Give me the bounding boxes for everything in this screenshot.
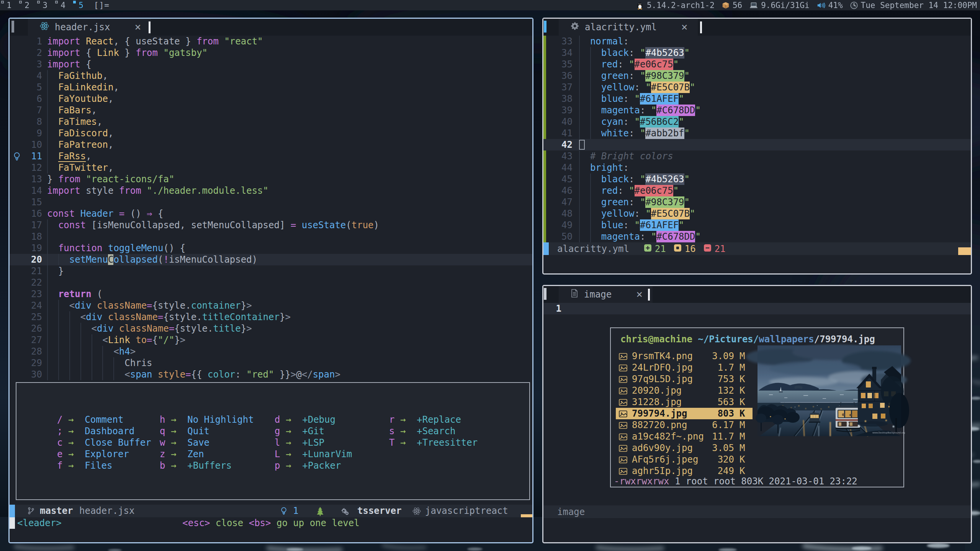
whichkey-binding-;[interactable]: ; → Dashboard (57, 425, 151, 437)
line-number: 22 (24, 277, 42, 288)
editor-window-header-jsx[interactable]: header.jsx × 1import React, { useState }… (8, 18, 533, 543)
workspace-number: 2 (25, 0, 29, 11)
workspace-tag-3[interactable]: 3 (36, 0, 54, 10)
whichkey-label: +LSP (302, 437, 324, 448)
line-number: 17 (24, 219, 42, 231)
whichkey-label: +Treesitter (417, 437, 478, 448)
code-line-text: const Header = () ⇒ { (47, 208, 163, 219)
code-line-text: const [isMenuCollapsed, setMenuCollapsed… (47, 219, 379, 231)
whichkey-key: q (160, 426, 165, 437)
clock-icon (850, 1, 858, 10)
whichkey-binding-e[interactable]: e → Explorer (57, 448, 151, 460)
whichkey-arrow-icon: → (165, 449, 187, 459)
workspace-indicator (37, 1, 40, 3)
whichkey-binding-z[interactable]: z → Zen (160, 448, 254, 460)
speaker-icon (816, 1, 826, 10)
whichkey-binding-b[interactable]: b → +Buffers (160, 460, 254, 471)
line-number: 43 (547, 150, 573, 162)
lf-file-size-unit: K (739, 408, 745, 419)
lf-file-size: 6.17 (680, 419, 734, 431)
statusline-filename: image (557, 506, 585, 518)
whichkey-binding-L[interactable]: L → +LunarVim (275, 448, 352, 460)
taskbar-status: 5.14.2-arch1-2 56 9.6Gi/31Gi 41% Tue Sep… (629, 0, 980, 11)
whichkey-binding-h[interactable]: h → No Highlight (160, 414, 254, 425)
line-number: 2 (24, 47, 42, 59)
whichkey-binding-f[interactable]: f → Files (57, 460, 151, 471)
workspace-tag-1[interactable]: 1 (0, 0, 18, 10)
whichkey-binding-w[interactable]: w → Save (160, 437, 254, 448)
tab-header-jsx[interactable]: header.jsx × (28, 19, 151, 36)
lf-file-row[interactable]: ad6v90y.jpg3.05M (611, 442, 903, 454)
code-line: 20 setMenuCollapsed(!isMenuCollapsed) (10, 254, 532, 265)
code-line-text: } (47, 265, 64, 277)
lf-file-row[interactable]: aghr5Ip.jpg249K (611, 465, 903, 477)
line-number: 1 (543, 303, 561, 314)
code-line: 11 FaRss, (10, 150, 532, 162)
workspace-tag-4[interactable]: 4 (54, 0, 72, 10)
code-buffer[interactable]: 1 (543, 303, 971, 314)
whichkey-binding-g[interactable]: g → +Git (275, 425, 352, 437)
line-number: 39 (547, 105, 573, 116)
whichkey-binding-/[interactable]: / → Comment (57, 414, 151, 425)
code-line: 19 function toggleMenu() { (10, 242, 532, 254)
code-line-text: <div className={style.titleContainer}> (47, 311, 291, 323)
code-buffer[interactable]: 1import React, { useState } from "react"… (10, 36, 532, 380)
workspace-tag-2[interactable]: 2 (18, 0, 36, 10)
packages-status: 56 (722, 0, 742, 11)
code-line-text: return ( (47, 288, 103, 300)
whichkey-binding-c[interactable]: c → Close Buffer (57, 437, 151, 448)
whichkey-key: z (160, 449, 165, 459)
whichkey-binding-s[interactable]: s → +Search (389, 425, 478, 437)
tab-alacritty-yml[interactable]: alacritty.yml × (559, 19, 698, 36)
whichkey-binding-q[interactable]: q → Quit (160, 425, 254, 437)
lf-file-row[interactable]: AFq5r6j.jpeg320K (611, 454, 903, 465)
whichkey-binding-r[interactable]: r → +Replace (389, 414, 478, 425)
code-line-text: FaPatreon, (47, 139, 113, 150)
code-line: 4 FaGithub, (10, 70, 532, 82)
line-number: 4 (24, 70, 42, 82)
whichkey-key: p (275, 460, 280, 471)
layout-symbol: []= (94, 0, 110, 11)
command-line: <leader> <esc> close <bs> go up one leve… (10, 517, 532, 529)
code-line: 3import { (10, 59, 532, 70)
kernel-status: 5.14.2-arch1-2 (636, 0, 715, 11)
lsp-server-name: tsserver (357, 505, 402, 517)
scroll-indicator (958, 247, 971, 255)
code-line-text: } from "react-icons/fa" (47, 173, 174, 185)
whichkey-binding-l[interactable]: l → +LSP (275, 437, 352, 448)
code-line: 8 FaTimes, (10, 116, 532, 128)
whichkey-label: +Search (417, 426, 455, 437)
workspace-number: 3 (43, 0, 47, 11)
clock-status: Tue September 14 12:00PM (850, 0, 977, 11)
git-branch-name[interactable]: master (40, 505, 73, 517)
whichkey-label: Comment (85, 414, 123, 425)
code-line: 5 FaLinkedin, (10, 82, 532, 93)
editor-window-image[interactable]: image × 1 chris@machine ~/Pictures/wallp… (542, 285, 972, 543)
line-number: 49 (547, 219, 573, 231)
tab-close-icon[interactable]: × (636, 289, 643, 300)
code-line-text: cyan: "#56B6C2" (579, 116, 684, 128)
whichkey-arrow-icon: → (280, 414, 302, 425)
code-line: 44 bright: (543, 162, 971, 173)
whichkey-arrow-icon: → (62, 449, 85, 459)
code-line: 46 red: "#e06c75" (543, 185, 971, 196)
tab-image[interactable]: image × (559, 286, 653, 303)
tab-close-icon[interactable]: × (681, 21, 688, 33)
workspace-tag-5[interactable]: 5 (72, 0, 90, 10)
line-number: 25 (24, 311, 42, 323)
lf-file-size: 563 (680, 396, 734, 408)
whichkey-binding-T[interactable]: T → +Treesitter (389, 437, 478, 448)
code-line-text: import { (47, 59, 92, 70)
whichkey-arrow-icon: → (165, 426, 187, 437)
code-buffer[interactable]: 33 normal:34 black: "#4b5263"35 red: "#e… (543, 36, 971, 242)
whichkey-binding-p[interactable]: p → +Packer (275, 460, 352, 471)
laptop-icon (749, 1, 758, 10)
code-line-text: yellow: "#E5C07B" (579, 82, 695, 93)
editor-window-alacritty-yml[interactable]: alacritty.yml × 33 normal:34 black: "#4b… (542, 18, 972, 275)
tabline-edge-bar (11, 21, 14, 33)
tab-close-icon[interactable]: × (135, 21, 141, 33)
whichkey-binding-d[interactable]: d → +Debug (275, 414, 352, 425)
code-line-text: blue: "#61AFEF" (579, 219, 684, 231)
mode-indicator (543, 242, 549, 255)
code-line-text: normal: (579, 36, 629, 47)
